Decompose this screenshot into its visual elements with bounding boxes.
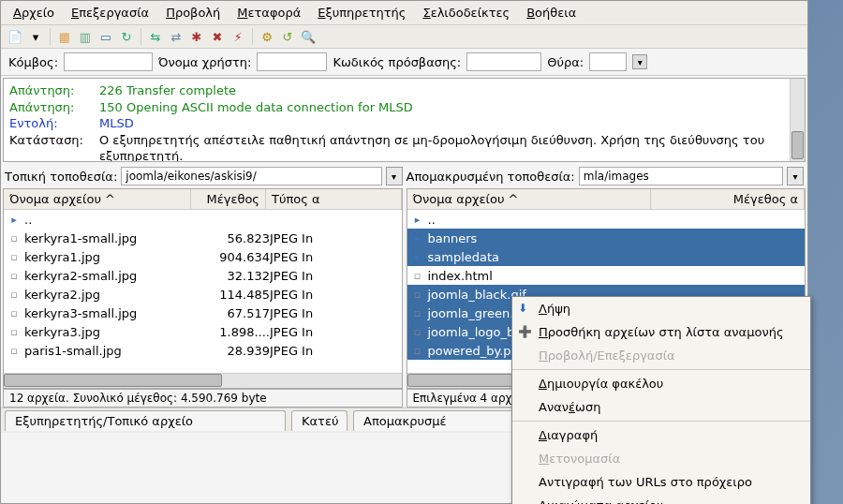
file-icon: ▫ xyxy=(7,325,21,338)
local-path-dropdown[interactable]: ▾ xyxy=(386,167,403,185)
menu-μεταφορά[interactable]: Μεταφορά xyxy=(229,3,309,22)
table-row[interactable]: ▫kerkyra1.jpg904.634JPEG In xyxy=(4,247,402,266)
port-label: Θύρα: xyxy=(547,55,584,69)
host-label: Κόμβος: xyxy=(8,55,58,69)
menubar: ΑρχείοΕπεξεργασίαΠροβολήΜεταφοράΕξυπηρετ… xyxy=(1,1,807,25)
table-row[interactable]: ▸banners xyxy=(407,229,806,247)
table-row[interactable]: ▫kerkyra2-small.jpg32.132JPEG In xyxy=(4,266,402,285)
file-name: kerkyra1-small.jpg xyxy=(24,231,137,245)
log-line: Απάντηση:150 Opening ASCII mode data con… xyxy=(9,99,799,116)
local-col-name[interactable]: Όνομα αρχείου ^ xyxy=(4,189,191,209)
context--[interactable]: ➕Προσθήκη αρχείων στη λίστα αναμονής xyxy=(512,320,810,344)
remote-col-size[interactable]: Μέγεθος α xyxy=(651,189,806,209)
pass-input[interactable] xyxy=(466,52,541,71)
page-icon[interactable]: ▦ xyxy=(56,28,73,45)
file-icon: ▫ xyxy=(7,231,21,245)
sync-icon[interactable]: ⇆ xyxy=(147,28,164,45)
context-menu: ⬇Λήψη➕Προσθήκη αρχείων στη λίστα αναμονή… xyxy=(511,296,811,504)
download-icon: ⬇ xyxy=(518,302,531,315)
search-icon[interactable]: 🔍 xyxy=(300,28,317,45)
filter-icon[interactable]: ✱ xyxy=(188,28,205,45)
cancel-icon[interactable]: ✖ xyxy=(209,28,226,45)
menu-επεξεργασία[interactable]: Επεξεργασία xyxy=(63,3,157,22)
port-input[interactable] xyxy=(589,52,627,71)
message-log[interactable]: Απάντηση:226 Transfer completeΑπάντηση:1… xyxy=(3,78,806,162)
quickconnect-dropdown[interactable]: ▾ xyxy=(632,54,647,69)
local-hscroll[interactable] xyxy=(4,373,402,388)
user-input[interactable] xyxy=(257,52,327,71)
table-row[interactable]: ▫index.html xyxy=(407,266,806,285)
table-row[interactable]: ▫paris1-small.jpg28.939JPEG In xyxy=(4,341,402,360)
host-input[interactable] xyxy=(64,52,153,71)
context--[interactable]: Δημιουργία φακέλου xyxy=(512,372,810,395)
file-name: kerkyra2.jpg xyxy=(24,288,100,302)
up-icon: ▸ xyxy=(7,213,21,226)
local-file-list[interactable]: ▸..▫kerkyra1-small.jpg56.823JPEG In▫kerk… xyxy=(4,210,402,373)
file-size: 32.132 xyxy=(195,269,270,283)
log-line: Απάντηση:226 Transfer complete xyxy=(9,82,799,99)
menu-εξυπηρετητής[interactable]: Εξυπηρετητής xyxy=(309,3,414,22)
context--urls-[interactable]: Αντιγραφή των URLs στο πρόχειρο xyxy=(512,470,810,494)
folder-icon[interactable]: ▭ xyxy=(97,28,114,45)
file-type: JPEG In xyxy=(270,269,398,283)
folder-icon: ▸ xyxy=(411,250,424,263)
refresh-icon[interactable]: ↻ xyxy=(118,28,135,45)
file-type: JPEG In xyxy=(270,344,398,358)
site-manager-icon[interactable]: 📄 xyxy=(7,28,23,45)
compare-icon[interactable]: ⇄ xyxy=(168,28,185,45)
disconnect-icon[interactable]: ⚡ xyxy=(229,28,246,45)
context--[interactable]: ⬇Λήψη xyxy=(512,297,810,320)
local-path-label: Τοπική τοποθεσία: xyxy=(5,170,117,184)
quickconnect-bar: Κόμβος: Όνομα χρήστη: Κωδικός πρόσβασης:… xyxy=(1,49,807,76)
file-name: kerkyra3.jpg xyxy=(24,325,100,339)
menu-βοήθεια[interactable]: Βοήθεια xyxy=(518,3,584,22)
table-row[interactable]: ▫kerkyra2.jpg114.485JPEG In xyxy=(4,285,402,304)
file-size: 28.939 xyxy=(195,344,270,358)
local-status: 12 αρχεία. Συνολικό μέγεθος: 4.590.769 b… xyxy=(3,389,403,408)
local-col-size[interactable]: Μέγεθος xyxy=(191,189,266,209)
menu-προβολή[interactable]: Προβολή xyxy=(157,3,229,22)
file-icon: ▫ xyxy=(411,288,424,301)
table-row[interactable]: ▸.. xyxy=(407,210,806,229)
file-icon: ▫ xyxy=(7,344,21,357)
remote-path-input[interactable] xyxy=(579,167,783,185)
process-icon[interactable]: ⚙ xyxy=(259,28,275,45)
remote-path-label: Απομακρυσμένη τοποθεσία: xyxy=(407,170,575,184)
dropdown-icon[interactable]: ▾ xyxy=(27,28,44,45)
table-row[interactable]: ▸.. xyxy=(4,210,402,229)
file-type: JPEG In xyxy=(270,250,398,264)
table-row[interactable]: ▸sampledata xyxy=(407,247,806,266)
table-row[interactable]: ▫kerkyra3.jpg1.898....JPEG In xyxy=(4,322,402,341)
file-name: kerkyra2-small.jpg xyxy=(24,269,137,283)
reconnect-icon[interactable]: ↺ xyxy=(279,28,296,45)
file-icon: ▫ xyxy=(7,250,21,263)
remote-col-name[interactable]: Όνομα αρχείου ^ xyxy=(407,189,651,209)
local-col-type[interactable]: Τύπος α xyxy=(266,189,402,209)
file-icon: ▫ xyxy=(411,306,424,319)
file-icon: ▫ xyxy=(7,288,21,301)
remote-column-headers: Όνομα αρχείου ^ Μέγεθος α xyxy=(407,189,806,210)
file-type: JPEG In xyxy=(270,288,398,302)
log-scrollbar[interactable] xyxy=(790,79,805,161)
queue-tab-local[interactable]: Εξυπηρετητής/Τοπικό αρχείο xyxy=(5,410,286,431)
filezilla-window: ΑρχείοΕπεξεργασίαΠροβολήΜεταφοράΕξυπηρετ… xyxy=(0,0,808,504)
file-icon: ▫ xyxy=(411,344,424,357)
local-path-input[interactable] xyxy=(121,167,381,185)
table-row[interactable]: ▫kerkyra1-small.jpg56.823JPEG In xyxy=(4,229,402,247)
queue-tab-dir[interactable]: Κατεύ xyxy=(291,410,348,431)
context--: Μετονομασία xyxy=(512,447,810,470)
path-bar: Τοπική τοποθεσία: ▾ Απομακρυσμένη τοποθε… xyxy=(1,164,807,188)
menu-σελιδοδείκτες[interactable]: Σελιδοδείκτες xyxy=(414,3,518,22)
context--[interactable]: Διαγραφή xyxy=(512,423,810,447)
pass-label: Κωδικός πρόσβασης: xyxy=(333,55,461,69)
file-type: JPEG In xyxy=(270,306,398,320)
table-row[interactable]: ▫kerkyra3-small.jpg67.517JPEG In xyxy=(4,304,402,322)
context--[interactable]: Ανανέωση xyxy=(512,395,810,419)
file-name: banners xyxy=(428,231,478,245)
context--: Προβολή/Επεξεργασία xyxy=(512,344,810,367)
context--[interactable]: Δικαιώματα αρχείου... xyxy=(512,494,810,504)
menu-αρχείο[interactable]: Αρχείο xyxy=(5,3,63,22)
remote-path-dropdown[interactable]: ▾ xyxy=(787,167,804,185)
local-column-headers: Όνομα αρχείου ^ Μέγεθος Τύπος α xyxy=(4,189,402,210)
tree-icon[interactable]: ▥ xyxy=(77,28,94,45)
